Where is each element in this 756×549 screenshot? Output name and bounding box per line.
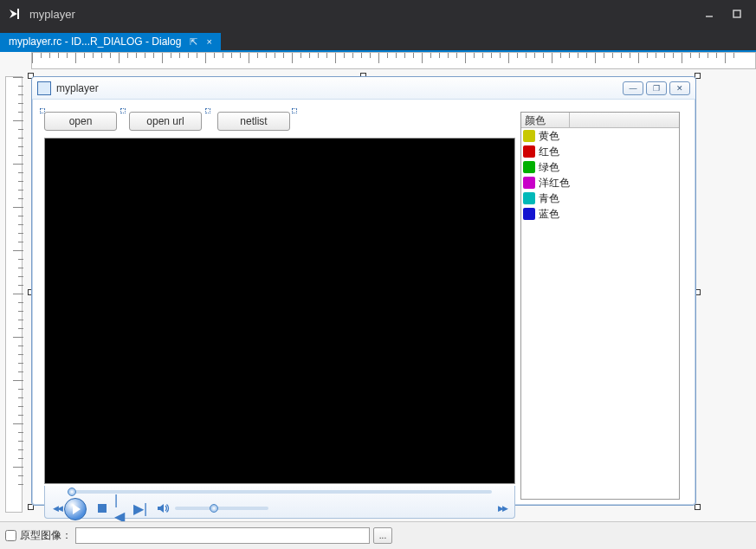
listview-header-cell[interactable]: 颜色 xyxy=(521,113,570,127)
ruler-vertical xyxy=(5,76,23,513)
ruler-horizontal xyxy=(31,52,756,69)
window-maximize-button[interactable] xyxy=(725,5,749,23)
listview-header[interactable]: 颜色 xyxy=(521,113,679,128)
selection-handle[interactable] xyxy=(695,504,701,510)
color-listview[interactable]: 颜色 黄色红色绿色洋红色青色蓝色 xyxy=(520,112,680,500)
document-tab-active[interactable]: myplayer.rc - ID...R_DIALOG - Dialog ⇱ × xyxy=(0,33,221,50)
vs-title: myplayer xyxy=(29,8,75,21)
document-tab-well: myplayer.rc - ID...R_DIALOG - Dialog ⇱ × xyxy=(0,33,756,52)
listview-row[interactable]: 绿色 xyxy=(521,159,679,175)
netlist-button[interactable]: netlist xyxy=(217,112,290,131)
vs-titlebar: myplayer xyxy=(0,0,756,28)
svg-marker-4 xyxy=(158,504,164,513)
dialog-minimize-button[interactable]: — xyxy=(623,81,643,95)
tab-pin-icon[interactable]: ⇱ xyxy=(190,36,197,48)
media-control-bar: ◀◀ ▶▶ |◀ ▶| xyxy=(44,486,515,519)
volume-icon[interactable] xyxy=(156,501,170,515)
svg-marker-0 xyxy=(10,10,17,18)
window-minimize-button[interactable] xyxy=(697,5,721,23)
listview-row-label: 洋红色 xyxy=(539,176,570,191)
prototype-image-browse-button[interactable]: ... xyxy=(373,527,392,544)
dialog-titlebar[interactable]: myplayer — ❐ ✕ xyxy=(32,77,695,100)
color-swatch-icon xyxy=(523,130,535,142)
prototype-image-path-input[interactable] xyxy=(75,527,370,544)
rewind-icon[interactable]: ◀◀ xyxy=(50,501,64,515)
dialog-preview[interactable]: myplayer — ❐ ✕ open open url netlist ◀◀ … xyxy=(31,76,696,506)
seek-slider-thumb[interactable] xyxy=(68,488,76,496)
video-display-area[interactable] xyxy=(44,138,515,484)
dialog-maximize-button[interactable]: ❐ xyxy=(646,81,667,95)
next-track-button[interactable]: ▶| xyxy=(133,501,147,515)
color-swatch-icon xyxy=(523,177,535,189)
previous-track-button[interactable]: |◀ xyxy=(114,501,128,515)
dialog-designer-surface[interactable]: myplayer — ❐ ✕ open open url netlist ◀◀ … xyxy=(0,52,756,549)
dialog-client-area: open open url netlist ◀◀ ▶▶ |◀ ▶| xyxy=(32,100,695,505)
listview-body[interactable]: 黄色红色绿色洋红色青色蓝色 xyxy=(521,128,679,222)
volume-slider-track[interactable] xyxy=(175,507,268,510)
listview-row[interactable]: 红色 xyxy=(521,144,679,159)
listview-row-label: 青色 xyxy=(539,191,559,206)
listview-row[interactable]: 蓝色 xyxy=(521,206,679,222)
listview-row[interactable]: 青色 xyxy=(521,191,679,206)
svg-rect-3 xyxy=(733,10,740,17)
color-swatch-icon xyxy=(523,161,535,173)
tab-close-icon[interactable]: × xyxy=(206,36,211,47)
property-bar: 原型图像： ... xyxy=(0,521,756,549)
open-url-button[interactable]: open url xyxy=(129,112,202,131)
vs-logo-icon xyxy=(7,7,21,21)
design-marker xyxy=(205,108,210,113)
stop-button[interactable] xyxy=(95,501,109,515)
fast-forward-icon[interactable]: ▶▶ xyxy=(495,501,509,515)
listview-row-label: 黄色 xyxy=(539,129,559,144)
listview-row[interactable]: 洋红色 xyxy=(521,175,679,191)
listview-row[interactable]: 黄色 xyxy=(521,128,679,144)
open-button[interactable]: open xyxy=(44,112,117,131)
listview-row-label: 绿色 xyxy=(539,160,559,175)
svg-rect-1 xyxy=(17,9,19,19)
color-swatch-icon xyxy=(523,208,535,220)
prototype-image-checkbox[interactable] xyxy=(5,530,16,541)
dialog-close-button[interactable]: ✕ xyxy=(669,81,690,95)
seek-slider-track[interactable] xyxy=(68,490,492,494)
color-swatch-icon xyxy=(523,145,535,158)
color-swatch-icon xyxy=(523,192,535,204)
listview-row-label: 蓝色 xyxy=(539,207,559,222)
listview-row-label: 红色 xyxy=(539,145,559,159)
listview-header-cell-empty[interactable] xyxy=(570,113,679,127)
design-marker xyxy=(120,108,126,113)
dialog-title: myplayer xyxy=(56,82,99,94)
volume-slider-thumb[interactable] xyxy=(210,504,218,513)
design-marker xyxy=(292,108,297,113)
prototype-image-label: 原型图像： xyxy=(20,528,72,543)
document-tab-label: myplayer.rc - ID...R_DIALOG - Dialog xyxy=(9,36,181,48)
play-button[interactable] xyxy=(64,498,87,520)
dialog-app-icon xyxy=(37,81,51,95)
